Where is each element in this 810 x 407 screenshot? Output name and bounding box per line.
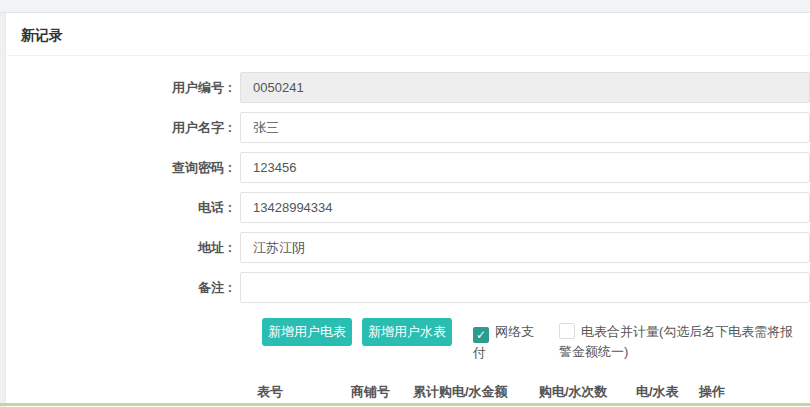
query-password-input[interactable] bbox=[240, 152, 810, 183]
action-row: 新增用户电表 新增用户水表 ✓网络支付 电表合并计量(勾选后名下电表需将报警金额… bbox=[262, 318, 810, 363]
form-row-remark: 备注 : bbox=[7, 272, 810, 303]
query-password-label: 查询密码 : bbox=[7, 159, 240, 177]
merge-metering-checkbox[interactable] bbox=[559, 323, 575, 339]
merge-metering-option: 电表合并计量(勾选后名下电表需将报警金额统一) bbox=[559, 322, 797, 362]
form-row-user-id: 用户编号 : bbox=[7, 72, 810, 103]
address-label: 地址 : bbox=[7, 239, 240, 257]
col-header-meter-no: 表号 bbox=[253, 383, 351, 401]
form-row-query-password: 查询密码 : bbox=[7, 152, 810, 183]
col-header-shop-no: 商铺号 bbox=[351, 383, 413, 401]
left-gutter bbox=[0, 0, 6, 407]
merge-metering-label: 电表合并计量(勾选后名下电表需将报警金额统一) bbox=[559, 324, 793, 359]
phone-label: 电话 : bbox=[7, 199, 240, 217]
add-electric-meter-button[interactable]: 新增用户电表 bbox=[262, 318, 352, 346]
bottom-accent-line bbox=[0, 403, 810, 406]
form: 用户编号 : 用户名字 : 查询密码 : 电话 : 地址 : 备注 : 新增用户… bbox=[7, 56, 810, 407]
user-name-label: 用户名字 : bbox=[7, 119, 240, 137]
phone-input[interactable] bbox=[240, 192, 810, 223]
user-id-label: 用户编号 : bbox=[7, 79, 240, 97]
form-row-user-name: 用户名字 : bbox=[7, 112, 810, 143]
col-header-total-purchase-amount: 累计购电/水金额 bbox=[413, 383, 539, 401]
new-record-panel: 新记录 用户编号 : 用户名字 : 查询密码 : 电话 : 地址 : 备注 : bbox=[7, 14, 810, 404]
remark-input[interactable] bbox=[240, 272, 810, 303]
add-water-meter-button[interactable]: 新增用户水表 bbox=[362, 318, 452, 346]
panel-title: 新记录 bbox=[7, 14, 810, 56]
remark-label: 备注 : bbox=[7, 279, 240, 297]
user-name-input[interactable] bbox=[240, 112, 810, 143]
network-payment-option: ✓网络支付 bbox=[473, 322, 539, 363]
top-bar bbox=[0, 0, 810, 13]
form-row-phone: 电话 : bbox=[7, 192, 810, 223]
col-header-meter-type: 电/水表 bbox=[636, 383, 699, 401]
user-id-input[interactable] bbox=[240, 72, 810, 103]
address-input[interactable] bbox=[240, 232, 810, 263]
col-header-actions: 操作 bbox=[699, 383, 810, 401]
network-payment-checkbox[interactable]: ✓ bbox=[473, 327, 489, 343]
col-header-purchase-count: 购电/水次数 bbox=[539, 383, 636, 401]
form-row-address: 地址 : bbox=[7, 232, 810, 263]
